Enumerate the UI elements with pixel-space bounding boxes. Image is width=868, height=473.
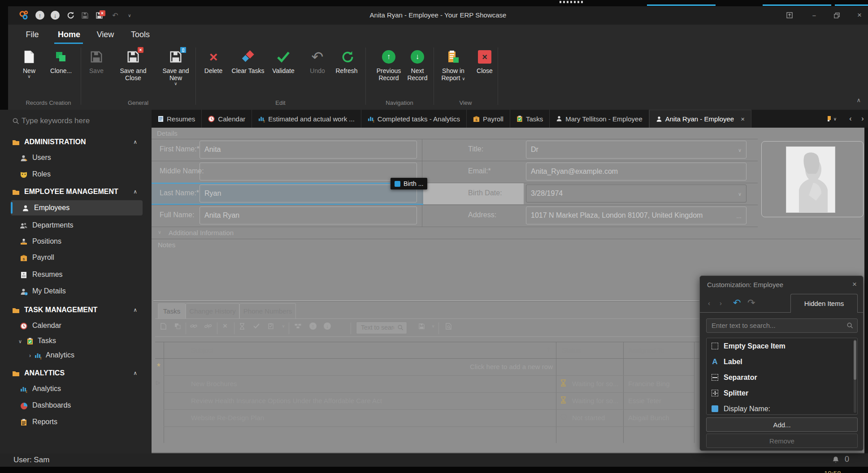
task-row-status[interactable]: Not started — [572, 409, 622, 426]
collapse-ribbon-icon[interactable]: ∧ — [856, 97, 861, 103]
tab-mary-tellitson[interactable]: Mary Tellitson - Employee — [550, 110, 649, 128]
task-row-subject[interactable]: Review Health Insurance Options Under th… — [191, 392, 550, 409]
sidebar-section-administration[interactable]: ADMINISTRATION ∧ — [0, 135, 152, 150]
sidebar-item-positions[interactable]: Positions — [0, 235, 152, 249]
tab-completed-tasks-analytics[interactable]: Σ Completed tasks - Analytics — [361, 110, 467, 128]
tab-calendar[interactable]: Calendar — [202, 110, 252, 128]
task-row-status[interactable]: Waiting for so... — [572, 375, 622, 392]
refresh-button[interactable]: Refresh — [329, 47, 364, 98]
menu-home[interactable]: Home — [53, 25, 85, 45]
chevron-up-icon[interactable]: ∧ — [133, 139, 137, 145]
employee-photo[interactable] — [786, 146, 835, 213]
hidden-item-empty-space[interactable]: Empty Space Item — [707, 338, 857, 354]
scroll-tabs-left-icon[interactable]: ‹ — [845, 110, 856, 128]
tab-estimated-actual-work[interactable]: Σ Estimated and actual work ... — [252, 110, 361, 128]
chevron-down-icon[interactable]: ∨ — [738, 141, 742, 159]
task-row-subject[interactable]: Website Re-Design Plan — [191, 409, 550, 426]
tab-list-pin-icon[interactable]: ∨ — [824, 110, 839, 128]
tab-tasks[interactable]: Tasks — [510, 110, 550, 128]
sidebar-search[interactable] — [0, 115, 152, 130]
task-row-assigned[interactable]: Francine Bing — [628, 375, 693, 392]
minimize-button[interactable]: − — [807, 9, 822, 22]
save-view-icon[interactable] — [416, 321, 427, 331]
tab-resumes[interactable]: Resumes — [152, 110, 202, 128]
task-row-assigned[interactable]: Abigail Bunch — [628, 409, 693, 426]
link-icon[interactable] — [188, 321, 199, 331]
sidebar-item-tasks-analytics[interactable]: › Σ Analytics — [0, 348, 152, 363]
new-row-hint[interactable]: Click here to add a new row — [286, 358, 553, 375]
task-row-subject[interactable]: New Brochures — [191, 375, 550, 392]
sidebar-item-payroll[interactable]: $ Payroll — [0, 251, 152, 265]
menu-tools[interactable]: Tools — [125, 25, 156, 45]
menu-file[interactable]: File — [20, 25, 45, 45]
email-field[interactable]: Anita_Ryan@example.com — [526, 163, 746, 181]
chevron-down-icon[interactable]: ∨ — [738, 185, 742, 202]
close-panel-icon[interactable]: × — [852, 280, 857, 289]
move-down-icon[interactable]: ↓ — [322, 321, 333, 331]
preview-document-icon[interactable] — [443, 321, 454, 331]
clone-task-icon[interactable] — [172, 321, 183, 331]
column-header-subject[interactable]: Subject — [191, 342, 213, 359]
sidebar-item-departments[interactable]: Departments — [0, 219, 152, 233]
chevron-up-icon[interactable]: ∧ — [133, 307, 137, 313]
add-button[interactable]: Add... — [706, 417, 858, 432]
middle-name-field[interactable] — [200, 163, 417, 181]
hourglass-icon[interactable] — [237, 321, 247, 331]
hidden-item-splitter[interactable]: Splitter — [707, 385, 857, 401]
layout-columns-icon[interactable] — [292, 321, 303, 331]
customization-search-box[interactable] — [706, 318, 858, 333]
tab-phone-numbers[interactable]: Phone Numbers — [239, 303, 296, 318]
unlink-icon[interactable] — [203, 321, 213, 331]
hidden-item-label[interactable]: A Label — [707, 354, 857, 370]
tab-tasks-detail[interactable]: Tasks — [158, 303, 186, 318]
grid-search-box[interactable] — [356, 322, 407, 334]
sidebar-section-task-management[interactable]: TASK MANAGEMENT ∧ — [0, 303, 152, 318]
sidebar-item-analytics[interactable]: Σ Analytics — [0, 382, 152, 396]
close-tab-icon[interactable]: × — [741, 115, 745, 123]
sidebar-item-dashboards[interactable]: Dashboards — [0, 399, 152, 413]
delete-button[interactable]: × Delete — [197, 47, 230, 98]
menu-view[interactable]: View — [91, 25, 119, 45]
undo-customization-icon[interactable]: ↶ — [733, 297, 741, 308]
sidebar-section-analytics[interactable]: ANALYTICS ∧ — [0, 366, 152, 381]
task-row-status[interactable]: Waiting for so... — [572, 392, 622, 409]
scrollbar-track[interactable] — [854, 340, 856, 413]
show-in-report-button[interactable]: Show in Report ∨ — [435, 47, 472, 98]
birth-date-field[interactable]: 3/28/1974∨ — [526, 185, 746, 202]
save-and-new-button[interactable]: ▯ Save and New ∨ — [156, 47, 195, 98]
tab-anita-ryan[interactable]: Anita Ryan - Employee × — [649, 110, 751, 128]
chevron-down-icon[interactable]: ∨ — [278, 321, 289, 331]
scroll-tabs-right-icon[interactable]: › — [857, 110, 868, 128]
new-task-icon[interactable] — [158, 321, 169, 331]
save-and-close-button[interactable]: × Save and Close — [111, 47, 155, 98]
customization-search-input[interactable] — [711, 321, 841, 330]
delete-task-icon[interactable]: × — [220, 321, 230, 331]
close-record-button[interactable]: × Close — [473, 47, 497, 98]
new-button[interactable]: New ∨ — [17, 47, 41, 98]
scrollbar-thumb[interactable] — [854, 340, 856, 380]
hidden-item-separator[interactable]: Separator — [707, 370, 857, 385]
ellipsis-button[interactable]: ... — [736, 207, 742, 224]
sidebar-item-reports[interactable]: Reports — [0, 415, 152, 430]
tab-change-history[interactable]: Change History — [186, 303, 239, 318]
chevron-up-icon[interactable]: ∧ — [133, 189, 137, 195]
restore-button[interactable] — [829, 9, 844, 22]
sidebar-item-calendar[interactable]: Calendar — [0, 319, 152, 333]
close-window-button[interactable]: × — [852, 9, 867, 22]
sidebar-search-input[interactable] — [21, 116, 137, 126]
complete-check-icon[interactable] — [251, 321, 262, 331]
column-header-assigned-to[interactable]: Assigned To — [628, 342, 664, 359]
sidebar-item-employees[interactable]: Employees — [0, 201, 152, 215]
chevron-down-icon[interactable]: ∨ — [158, 229, 161, 235]
last-name-field[interactable]: Ryan — [200, 185, 417, 202]
column-header-status[interactable]: Status — [562, 342, 581, 359]
clear-tasks-button[interactable]: Clear Tasks — [231, 47, 265, 98]
full-name-field[interactable]: Anita Ryan — [200, 206, 417, 224]
task-status-icon[interactable] — [265, 321, 276, 331]
title-dropdown-field[interactable]: Dr∨ — [526, 141, 746, 159]
sidebar-section-employee-management[interactable]: EMPLOYEE MANAGEMENT ∧ — [0, 185, 152, 199]
collapse-chevron-icon[interactable]: › — [26, 352, 34, 360]
address-field[interactable]: 1017 N Market Plaza, London 81007, Unite… — [526, 206, 746, 224]
tab-payroll[interactable]: $ Payroll — [467, 110, 510, 128]
first-name-field[interactable]: Anita — [200, 141, 417, 159]
